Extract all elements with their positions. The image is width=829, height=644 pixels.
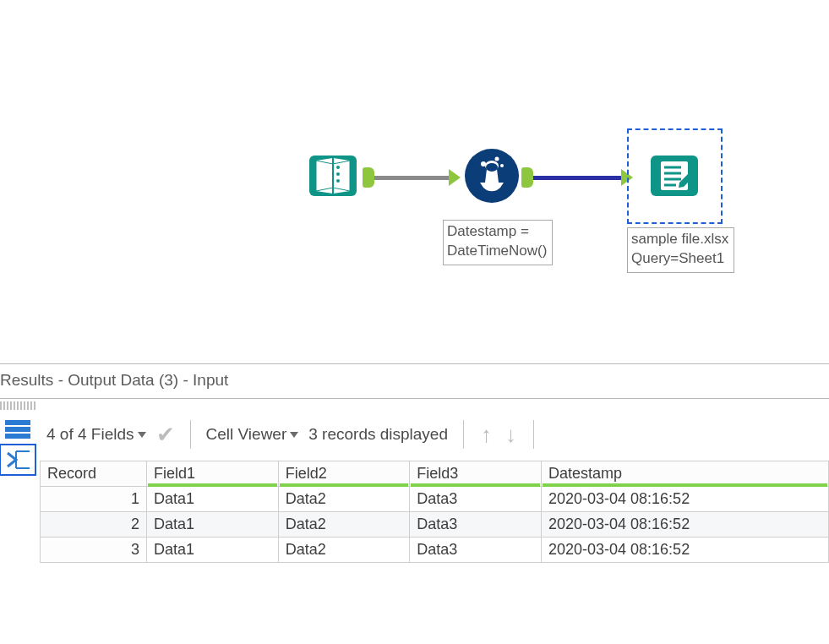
col-field3[interactable]: Field3 bbox=[410, 461, 542, 487]
cell: Data1 bbox=[147, 487, 279, 512]
table-row[interactable]: 2 Data1 Data2 Data3 2020-03-04 08:16:52 bbox=[41, 512, 829, 538]
col-datestamp[interactable]: Datestamp bbox=[542, 461, 829, 487]
cell-record: 3 bbox=[41, 538, 147, 563]
formula-icon bbox=[463, 147, 521, 205]
tool-formula[interactable] bbox=[463, 147, 521, 205]
col-field1[interactable]: Field1 bbox=[147, 461, 279, 487]
tool-output-data[interactable] bbox=[646, 147, 703, 205]
table-row[interactable]: 3 Data1 Data2 Data3 2020-03-04 08:16:52 bbox=[41, 538, 829, 563]
cell-record: 2 bbox=[41, 512, 147, 538]
cell: 2020-03-04 08:16:52 bbox=[542, 487, 829, 512]
separator bbox=[463, 420, 464, 449]
results-toolbar: 4 of 4 Fields ✔ Cell Viewer 3 records di… bbox=[35, 417, 829, 461]
fields-dropdown[interactable]: 4 of 4 Fields bbox=[46, 425, 146, 444]
tab-data-icon[interactable] bbox=[3, 447, 33, 472]
apply-check-icon[interactable]: ✔ bbox=[156, 423, 175, 445]
results-panel: Results - Output Data (3) - Input 4 of 4… bbox=[0, 363, 829, 563]
svg-rect-13 bbox=[5, 420, 30, 425]
svg-point-4 bbox=[486, 163, 498, 172]
panel-grip[interactable] bbox=[0, 401, 35, 410]
prev-record-icon[interactable]: ↑ bbox=[479, 422, 494, 448]
output-anchor[interactable] bbox=[363, 167, 374, 188]
output-annotation[interactable]: sample file.xlsx Query=Sheet1 bbox=[627, 227, 734, 273]
svg-point-7 bbox=[500, 164, 504, 167]
input-anchor-arrow[interactable] bbox=[449, 169, 461, 186]
formula-annotation[interactable]: Datestamp = DateTimeNow() bbox=[443, 220, 553, 265]
svg-rect-15 bbox=[5, 434, 30, 439]
svg-point-6 bbox=[495, 157, 499, 161]
cell: Data2 bbox=[278, 487, 410, 512]
results-title: Results - Output Data (3) - Input bbox=[0, 364, 829, 399]
tool-input-data[interactable] bbox=[304, 147, 362, 205]
col-field2[interactable]: Field2 bbox=[278, 461, 410, 487]
cell: Data3 bbox=[410, 538, 542, 563]
tab-metadata-icon[interactable] bbox=[3, 417, 33, 442]
cell: 2020-03-04 08:16:52 bbox=[542, 538, 829, 563]
input-data-icon bbox=[304, 147, 362, 205]
next-record-icon[interactable]: ↓ bbox=[504, 422, 518, 448]
results-table[interactable]: Record Field1 Field2 Field3 Datestamp 1 … bbox=[40, 461, 829, 563]
connector-2[interactable] bbox=[533, 176, 621, 180]
cell-record: 1 bbox=[41, 487, 147, 512]
table-row[interactable]: 1 Data1 Data2 Data3 2020-03-04 08:16:52 bbox=[41, 487, 829, 512]
table-header-row: Record Field1 Field2 Field3 Datestamp bbox=[41, 461, 829, 487]
svg-point-0 bbox=[336, 166, 340, 169]
svg-point-2 bbox=[336, 179, 340, 183]
svg-rect-14 bbox=[5, 427, 30, 432]
output-anchor-2[interactable] bbox=[521, 167, 533, 188]
output-data-icon bbox=[646, 147, 703, 205]
records-count-label: 3 records displayed bbox=[308, 425, 448, 444]
svg-point-5 bbox=[481, 161, 486, 166]
caret-down-icon bbox=[290, 432, 298, 438]
cell: Data2 bbox=[278, 512, 410, 538]
cell-viewer-dropdown[interactable]: Cell Viewer bbox=[206, 425, 299, 444]
results-view-tabs bbox=[0, 410, 35, 563]
cell: 2020-03-04 08:16:52 bbox=[542, 512, 829, 538]
cell: Data3 bbox=[410, 512, 542, 538]
separator bbox=[533, 420, 534, 449]
caret-down-icon bbox=[138, 432, 146, 438]
connector-1[interactable] bbox=[374, 176, 449, 180]
cell: Data1 bbox=[147, 538, 279, 563]
col-record[interactable]: Record bbox=[41, 461, 147, 487]
workflow-canvas[interactable]: Datestamp = DateTimeNow() sample file.xl… bbox=[0, 0, 829, 363]
separator bbox=[190, 420, 191, 449]
cell: Data1 bbox=[147, 512, 279, 538]
cell: Data3 bbox=[410, 487, 542, 512]
cell: Data2 bbox=[278, 538, 410, 563]
svg-point-1 bbox=[336, 172, 340, 176]
